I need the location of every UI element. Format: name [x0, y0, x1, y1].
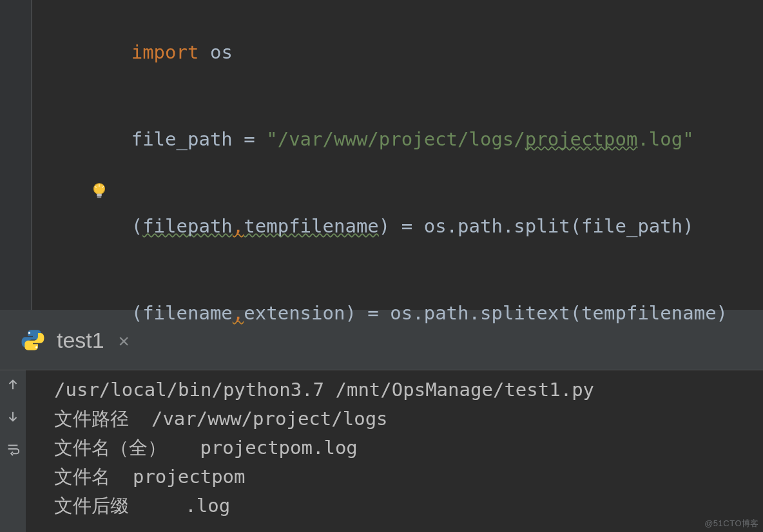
console-toolbar — [0, 370, 26, 532]
soft-wrap-icon[interactable] — [4, 440, 22, 458]
console-line: 文件后缀 .log — [54, 491, 763, 520]
svg-rect-2 — [97, 196, 102, 198]
console-line: 文件名 projectpom — [54, 462, 763, 491]
svg-rect-1 — [97, 194, 102, 196]
ide-root: import os file_path = "/var/www/project/… — [0, 0, 763, 532]
typo-filepath: filepath — [142, 215, 233, 237]
console-command: /usr/local/bin/python3.7 /mnt/OpsManage/… — [54, 375, 763, 404]
svg-point-3 — [28, 332, 30, 334]
code-line-1[interactable]: import os — [41, 9, 763, 96]
module-os: os — [210, 41, 233, 63]
console-line: 文件路径 /var/www/project/logs — [54, 404, 763, 433]
arrow-up-icon[interactable] — [4, 375, 22, 394]
code-line-3[interactable]: (filepath,tempfilename) = os.path.split(… — [41, 183, 763, 270]
warn-comma-4: , — [233, 302, 244, 324]
svg-point-4 — [35, 347, 37, 348]
code-pane[interactable]: import os file_path = "/var/www/project/… — [32, 0, 763, 310]
editor-area: import os file_path = "/var/www/project/… — [0, 0, 763, 310]
arrow-down-icon[interactable] — [4, 408, 22, 426]
code-line-4[interactable]: (filename,extension) = os.path.splitext(… — [41, 270, 763, 357]
keyword-import: import — [131, 41, 199, 63]
typo-tempfilename: tempfilename — [244, 215, 379, 237]
console-line: 文件名（全） projectpom.log — [54, 433, 763, 462]
watermark-text: @51CTO博客 — [704, 518, 759, 529]
code-line-2[interactable]: file_path = "/var/www/project/logs/proje… — [41, 96, 763, 183]
console-area: /usr/local/bin/python3.7 /mnt/OpsManage/… — [0, 370, 763, 532]
editor-gutter — [0, 0, 32, 310]
typo-projectpom: projectpom — [525, 128, 638, 150]
intention-bulb-icon[interactable] — [90, 181, 109, 200]
console-output[interactable]: /usr/local/bin/python3.7 /mnt/OpsManage/… — [26, 370, 763, 532]
warn-comma-3: , — [233, 215, 244, 237]
